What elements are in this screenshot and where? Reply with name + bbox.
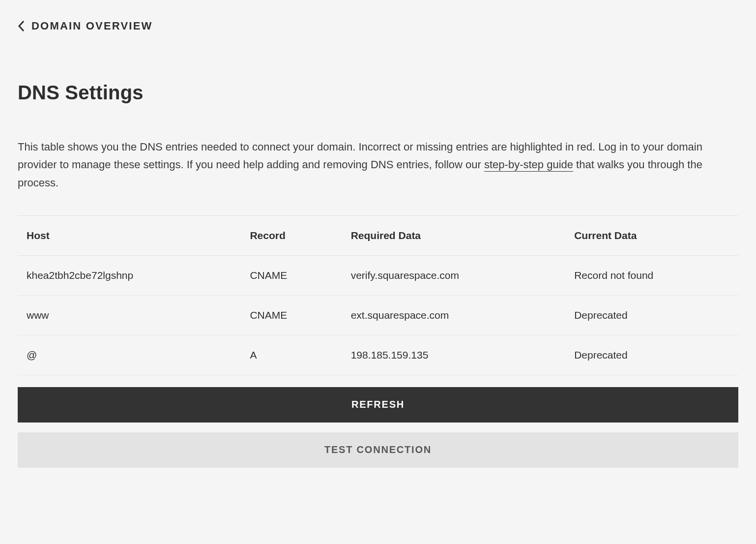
step-by-step-guide-link[interactable]: step-by-step guide (484, 158, 573, 172)
dns-table: Host Record Required Data Current Data k… (18, 215, 738, 375)
table-header-row: Host Record Required Data Current Data (18, 215, 738, 255)
cell-host: www (18, 295, 241, 335)
table-row: @A198.185.159.135Deprecated (18, 335, 738, 375)
breadcrumb-back[interactable]: DOMAIN OVERVIEW (18, 20, 738, 32)
refresh-button[interactable]: REFRESH (18, 387, 738, 423)
actions-container: REFRESH TEST CONNECTION (18, 387, 738, 468)
table-row: wwwCNAMEext.squarespace.comDeprecated (18, 295, 738, 335)
page-title: DNS Settings (18, 82, 738, 104)
header-current-data: Current Data (565, 215, 738, 255)
cell-current-data: Deprecated (565, 335, 738, 375)
cell-record: A (241, 335, 342, 375)
page-description: This table shows you the DNS entries nee… (18, 138, 738, 192)
cell-required-data: 198.185.159.135 (342, 335, 565, 375)
cell-current-data: Deprecated (565, 295, 738, 335)
test-connection-button[interactable]: TEST CONNECTION (18, 432, 738, 468)
cell-required-data: ext.squarespace.com (342, 295, 565, 335)
cell-host: @ (18, 335, 241, 375)
header-host: Host (18, 215, 241, 255)
cell-required-data: verify.squarespace.com (342, 255, 565, 295)
chevron-left-icon (18, 20, 25, 32)
cell-record: CNAME (241, 255, 342, 295)
header-required-data: Required Data (342, 215, 565, 255)
header-record: Record (241, 215, 342, 255)
table-row: khea2tbh2cbe72lgshnpCNAMEverify.squaresp… (18, 255, 738, 295)
breadcrumb-label: DOMAIN OVERVIEW (31, 20, 153, 32)
cell-record: CNAME (241, 295, 342, 335)
cell-current-data: Record not found (565, 255, 738, 295)
cell-host: khea2tbh2cbe72lgshnp (18, 255, 241, 295)
